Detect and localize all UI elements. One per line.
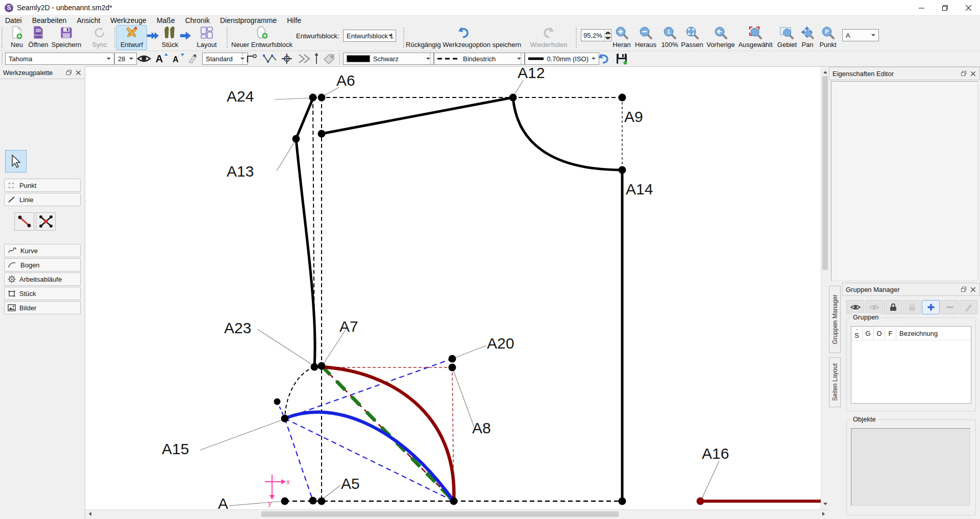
menu-datei[interactable]: Datei — [0, 16, 27, 24]
scroll-right-icon[interactable] — [821, 510, 828, 518]
blue-dashed-a15-bottom[interactable] — [285, 418, 454, 501]
scroll-left-icon[interactable] — [85, 510, 93, 518]
zoom-pan-button[interactable]: Pan — [797, 26, 818, 48]
show-group-button[interactable] — [846, 300, 864, 314]
menu-chronik[interactable]: Chronik — [180, 16, 215, 24]
float-panel-button[interactable] — [960, 286, 967, 293]
zoom-out-button[interactable]: Heraus — [634, 26, 657, 48]
point-label-a5[interactable]: A5 — [341, 475, 360, 492]
point-label-a12[interactable]: A12 — [518, 67, 545, 81]
point-label-a7[interactable]: A7 — [339, 318, 358, 335]
zoom-selected-button[interactable]: Ausgewählt — [738, 26, 773, 48]
vertical-arrow-icon[interactable] — [313, 53, 320, 67]
chevrons-icon[interactable] — [297, 53, 311, 66]
point-label-a8[interactable]: A8 — [472, 419, 491, 436]
revert-icon[interactable] — [596, 53, 610, 67]
zoom-point-button[interactable]: P Punkt — [817, 26, 839, 48]
crosshair-icon[interactable] — [281, 53, 293, 66]
undo-button[interactable]: Rückgängig Werkzeugoption speichern — [405, 26, 522, 48]
select-tool-button[interactable] — [5, 150, 27, 172]
scroll-up-icon[interactable] — [821, 67, 829, 75]
tab-gruppen-manager[interactable]: Gruppen Manager — [829, 286, 841, 353]
vertical-scroll-thumb[interactable] — [822, 76, 828, 270]
col-bezeichnung[interactable]: Bezeichnung — [896, 327, 971, 340]
line-between-points-tool[interactable] — [14, 212, 34, 231]
toolbar-grip[interactable] — [242, 53, 244, 64]
point-label-a16[interactable]: A16 — [702, 445, 729, 462]
a16-point[interactable] — [697, 498, 704, 505]
tag-icon[interactable] — [323, 53, 336, 66]
blue-curve[interactable] — [285, 412, 454, 501]
zoom-area-button[interactable]: Gebiet — [775, 26, 799, 48]
label-style-combo[interactable]: Standard — [202, 53, 248, 65]
point-label-a14[interactable]: A14 — [626, 181, 653, 197]
pattern-points[interactable] — [274, 94, 626, 505]
menu-werkzeuge[interactable]: Werkzeuge — [105, 16, 152, 24]
groups-table[interactable]: ˆS G O F Bezeichnung — [851, 326, 971, 404]
close-panel-button[interactable] — [969, 286, 976, 293]
tool-group-linie[interactable]: Linie — [4, 193, 81, 206]
show-labels-eye-icon[interactable] — [137, 53, 151, 66]
minimize-button[interactable] — [910, 0, 933, 15]
col-o[interactable]: O — [874, 327, 885, 340]
toolbar-grip[interactable] — [576, 28, 578, 48]
point-label-a20[interactable]: A20 — [487, 335, 514, 352]
font-decrease-button[interactable]: A — [172, 53, 185, 67]
tool-group-bogen[interactable]: Bogen — [4, 258, 81, 271]
tool-group-kurve[interactable]: Kurve — [4, 244, 81, 257]
menu-masse[interactable]: Maße — [152, 16, 180, 24]
float-panel-button[interactable] — [960, 70, 967, 77]
tool-group-arbeitsablaeufe[interactable]: Arbeitsabläufe — [4, 273, 81, 286]
close-panel-button[interactable] — [969, 70, 976, 77]
point-label-a24[interactable]: A24 — [227, 88, 254, 105]
tab-seiten-layout[interactable]: Seiten Layout — [829, 357, 841, 407]
font-size-combo[interactable]: 28 — [114, 53, 137, 65]
label-color-icon[interactable] — [187, 53, 199, 66]
neck-line[interactable] — [296, 98, 313, 139]
line-color-combo[interactable]: Schwarz — [343, 53, 434, 65]
zoom-100-button[interactable]: 1 100% — [658, 26, 681, 48]
col-f[interactable]: F — [885, 327, 896, 340]
shoulder-line[interactable] — [322, 97, 513, 134]
menu-hilfe[interactable]: Hilfe — [282, 16, 306, 24]
draft-canvas[interactable]: x y A24 A6 A12 A9 A13 A14 A23 A7 A20 A8 … — [85, 67, 821, 509]
zoom-previous-button[interactable]: Vorherige — [706, 26, 735, 48]
point-selector-combo[interactable]: A — [842, 29, 879, 41]
menu-ansicht[interactable]: Ansicht — [71, 16, 105, 24]
zoom-spinbox[interactable]: 95,2% — [581, 29, 611, 41]
tool-group-punkt[interactable]: ++++ Punkt — [4, 179, 81, 192]
float-panel-button[interactable] — [65, 69, 72, 76]
new-draft-block-button[interactable]: Neuer Entwurfsblock — [229, 26, 295, 48]
horizontal-scrollbar[interactable] — [85, 509, 828, 518]
font-increase-button[interactable]: A — [155, 53, 168, 67]
line-intersection-tool[interactable] — [36, 212, 56, 231]
toolbar-grip[interactable] — [521, 53, 523, 64]
point-label-a9[interactable]: A9 — [624, 108, 643, 125]
line-weight-combo[interactable]: 0.70mm (ISO) — [525, 53, 599, 65]
maximize-button[interactable] — [933, 0, 957, 15]
groups-table-header[interactable]: ˆS G O F Bezeichnung — [851, 327, 971, 340]
lock-group-button[interactable] — [884, 300, 902, 314]
point-label-a15[interactable]: A15 — [162, 440, 189, 457]
center-front-curve[interactable] — [296, 139, 315, 367]
close-panel-button[interactable] — [75, 69, 82, 76]
toolbar-grip[interactable] — [430, 53, 432, 64]
toolbar-grip[interactable] — [2, 53, 4, 64]
zoom-in-button[interactable]: Heran — [610, 26, 633, 48]
union-tool-icon[interactable] — [246, 53, 259, 66]
close-button[interactable] — [957, 0, 980, 15]
vertical-scrollbar[interactable] — [821, 67, 829, 509]
point-label-a6[interactable]: A6 — [336, 72, 355, 89]
apply-save-icon[interactable] — [616, 53, 628, 67]
draft-mode-button[interactable]: Entwurf — [116, 25, 147, 50]
layout-mode-button[interactable]: Layout — [184, 26, 230, 48]
objects-list[interactable] — [851, 428, 970, 506]
zoom-fit-button[interactable]: Passen — [681, 26, 703, 48]
horizontal-scroll-thumb[interactable] — [261, 511, 619, 517]
scroll-down-icon[interactable] — [821, 501, 829, 509]
line-type-combo[interactable]: Bindestrich — [434, 53, 525, 65]
menu-dienstprogramme[interactable]: Dienstprogramme — [215, 16, 282, 24]
blue-dashed-a15-a5[interactable] — [285, 418, 313, 501]
col-g[interactable]: G — [863, 327, 874, 340]
add-group-button[interactable] — [922, 300, 940, 314]
